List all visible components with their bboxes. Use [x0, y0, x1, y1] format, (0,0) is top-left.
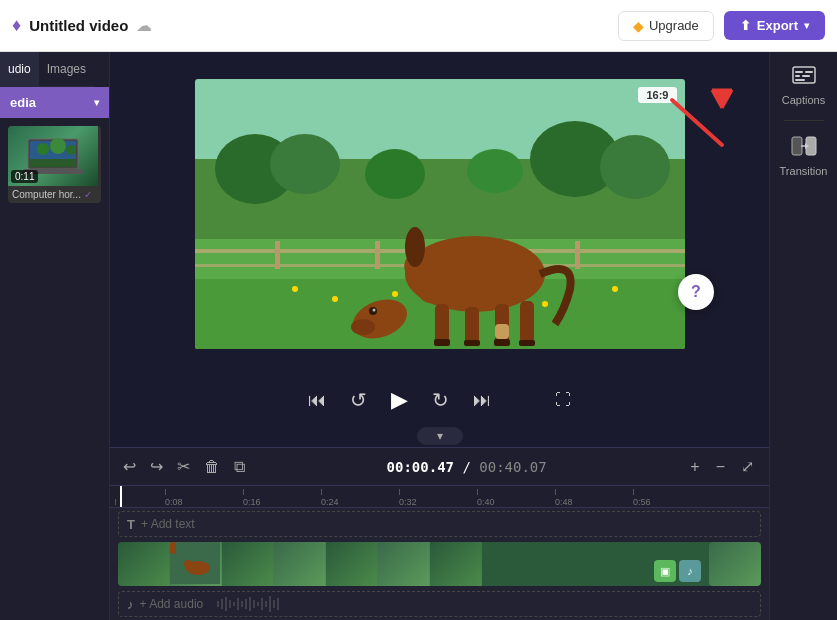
redo-button[interactable]: ↪ [147, 454, 166, 479]
timeline-tracks: T + Add text [110, 510, 769, 618]
zoom-out-button[interactable]: − [711, 456, 730, 478]
playhead-marker [120, 486, 122, 507]
svg-rect-35 [435, 304, 449, 344]
svg-rect-69 [795, 79, 805, 81]
right-sidebar: › Captions [769, 52, 837, 620]
fullscreen-button[interactable]: ⛶ [551, 387, 575, 413]
crown-icon: ♦ [12, 15, 21, 36]
svg-rect-59 [261, 598, 263, 610]
clip-frame [326, 542, 378, 586]
audio-waveform [217, 595, 417, 613]
media-thumbnail[interactable]: 0:11 Computer hor... ✓ [8, 126, 101, 203]
chevron-down-icon: ▾ [94, 97, 99, 108]
clip-audio-icon[interactable]: ♪ [679, 560, 701, 582]
captions-panel-button[interactable]: Captions [770, 56, 837, 116]
fit-timeline-button[interactable]: ⤢ [736, 455, 759, 478]
transition-panel-button[interactable]: Transition [770, 125, 837, 187]
svg-rect-63 [277, 598, 279, 610]
rewind-button[interactable]: ↺ [346, 384, 371, 416]
time-separator: / [462, 459, 479, 475]
copy-button[interactable]: ⧉ [231, 455, 248, 479]
svg-rect-66 [805, 71, 813, 73]
small-clip[interactable] [709, 542, 761, 586]
current-time: 00:00.47 [387, 459, 454, 475]
add-text-button[interactable]: T + Add text [118, 511, 761, 537]
zoom-in-button[interactable]: + [685, 456, 704, 478]
play-button[interactable]: ▶ [387, 383, 412, 417]
clip-video-icon[interactable]: ▣ [654, 560, 676, 582]
text-track: T + Add text [118, 510, 761, 538]
svg-rect-36 [465, 307, 479, 344]
svg-rect-65 [795, 71, 803, 73]
transition-icon-svg [791, 135, 817, 157]
timeline-ruler: 0:08 0:16 0:24 0:32 0:40 0:48 0:56 [110, 486, 769, 508]
svg-rect-43 [495, 324, 509, 339]
media-label: edia [10, 95, 36, 110]
svg-rect-51 [229, 600, 231, 608]
svg-point-21 [365, 149, 425, 199]
forward-button[interactable]: ↻ [428, 384, 453, 416]
ruler-mark: 0:56 [633, 489, 711, 507]
thumbnail-badge: 0:11 [11, 170, 38, 183]
svg-point-4 [37, 143, 49, 155]
captions-label: Captions [782, 94, 825, 106]
clip-frame [378, 542, 430, 586]
skip-back-button[interactable]: ⏮ [304, 386, 330, 415]
center-area: 16:9 ? ⏮ ↺ ▶ ↻ ⏭ ⛶ ▾ ↩ ↪ ✂ 🗑 ⧉ [110, 52, 769, 620]
undo-button[interactable]: ↩ [120, 454, 139, 479]
cut-button[interactable]: ✂ [174, 454, 193, 479]
svg-rect-70 [792, 137, 802, 155]
svg-rect-60 [265, 601, 267, 607]
top-bar: ♦ Untitled video ☁ ◆ Upgrade ⬆ Export ▾ [0, 0, 837, 52]
top-bar-left: ♦ Untitled video ☁ [12, 15, 618, 36]
ruler-mark: 0:48 [555, 489, 633, 507]
timeline-time: 00:00.47 / 00:40.07 [256, 459, 677, 475]
clip-frame [274, 542, 326, 586]
svg-rect-46 [170, 542, 176, 554]
help-button[interactable]: ? [678, 274, 714, 310]
video-preview: 16:9 [195, 79, 685, 349]
media-dropdown[interactable]: edia ▾ [0, 87, 109, 118]
video-track: ▣ ♪ [118, 540, 761, 588]
ruler-mark: 0:24 [321, 489, 399, 507]
svg-rect-14 [375, 241, 380, 269]
svg-point-22 [467, 149, 523, 193]
video-track-content: ▣ ♪ [118, 542, 761, 586]
video-title: Untitled video [29, 17, 128, 34]
audio-track-content: ♪ + Add audio [118, 591, 761, 617]
svg-rect-53 [237, 598, 239, 610]
svg-point-5 [50, 138, 66, 154]
ruler-mark [115, 499, 165, 507]
sidebar-tab-audio[interactable]: udio [0, 52, 39, 87]
clip-frames [118, 542, 482, 586]
panel-divider [784, 120, 824, 121]
delete-button[interactable]: 🗑 [201, 455, 223, 479]
video-preview-container: 16:9 ? [110, 52, 769, 375]
export-icon: ⬆ [740, 18, 751, 33]
sidebar-tab-images[interactable]: Images [39, 52, 94, 87]
collapse-timeline-bar: ▾ [110, 425, 769, 447]
upgrade-button[interactable]: ◆ Upgrade [618, 11, 714, 41]
export-button[interactable]: ⬆ Export ▾ [724, 11, 825, 40]
video-clip[interactable]: ▣ ♪ [118, 542, 761, 586]
skip-forward-button[interactable]: ⏭ [469, 386, 495, 415]
aspect-ratio-badge[interactable]: 16:9 [638, 87, 676, 103]
timeline-toolbar: ↩ ↪ ✂ 🗑 ⧉ 00:00.47 / 00:40.07 + − ⤢ [110, 448, 769, 486]
ruler-mark: 0:40 [477, 489, 555, 507]
audio-track: ♪ + Add audio [118, 590, 761, 618]
svg-rect-58 [257, 602, 259, 606]
svg-point-25 [392, 291, 398, 297]
svg-point-20 [600, 135, 670, 199]
svg-rect-55 [245, 599, 247, 609]
svg-rect-40 [464, 340, 480, 346]
top-bar-right: ◆ Upgrade ⬆ Export ▾ [618, 11, 825, 41]
svg-rect-52 [233, 602, 235, 606]
add-audio-button[interactable]: ♪ + Add audio [118, 591, 761, 617]
clip-frame [222, 542, 274, 586]
collapse-timeline-button[interactable]: ▾ [417, 427, 463, 445]
captions-icon-svg [792, 66, 816, 86]
svg-point-26 [542, 301, 548, 307]
text-track-content: T + Add text [118, 511, 761, 537]
clip-frame [430, 542, 482, 586]
text-icon: T [127, 517, 135, 532]
